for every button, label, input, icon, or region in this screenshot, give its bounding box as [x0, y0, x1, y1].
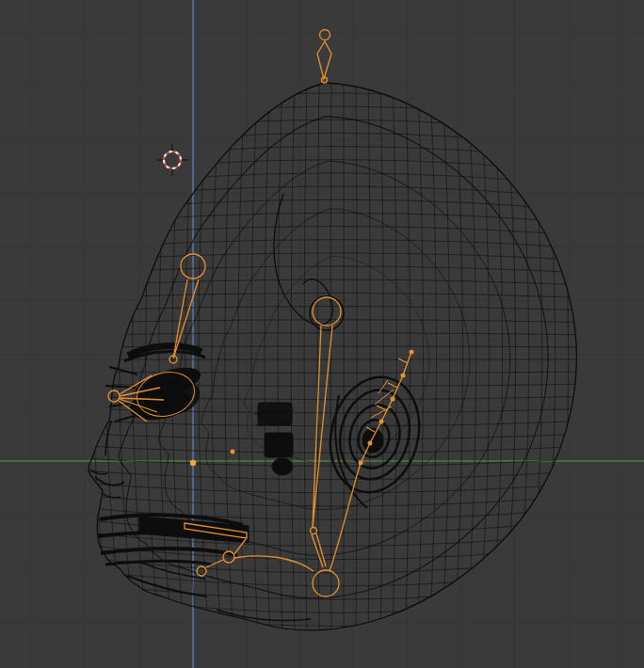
viewport-3d[interactable] [0, 0, 644, 668]
object-origin-point [190, 460, 196, 466]
viewport-canvas[interactable] [0, 0, 644, 668]
